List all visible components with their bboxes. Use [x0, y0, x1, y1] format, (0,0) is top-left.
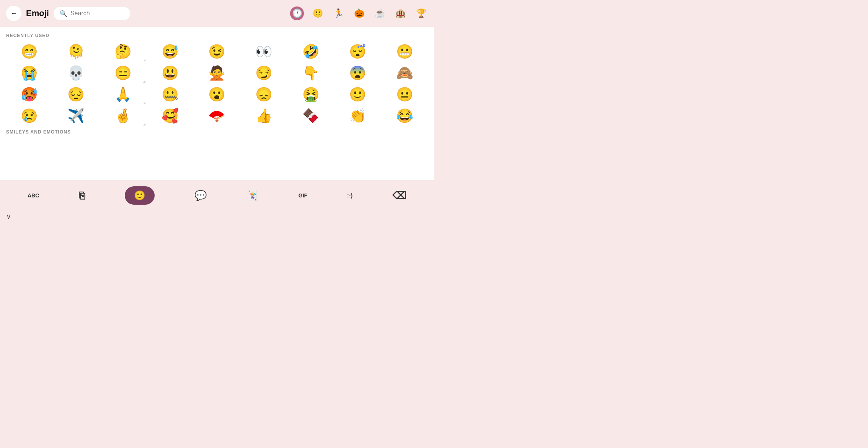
- emoji-cell[interactable]: 😭: [6, 63, 52, 83]
- chevron-down-icon: ∨: [6, 213, 11, 220]
- tab-people[interactable]: 🏃: [331, 7, 345, 20]
- emoji-cell[interactable]: 🙏: [100, 84, 146, 105]
- emoji-cell[interactable]: 🙂: [335, 84, 381, 105]
- tab-travel[interactable]: 🏨: [393, 7, 407, 20]
- emoji-cell[interactable]: 😑: [100, 63, 146, 83]
- tab-symbols[interactable]: 🏆: [414, 7, 428, 20]
- chat-sticker-button[interactable]: 💬: [194, 190, 207, 202]
- emoji-cell[interactable]: 👍: [241, 106, 287, 126]
- emoji-cell[interactable]: 😏: [241, 63, 287, 83]
- tab-smileys[interactable]: 🙂: [311, 7, 325, 20]
- abc-label: ABC: [28, 192, 39, 199]
- page-title: Emoji: [26, 8, 49, 18]
- search-icon: 🔍: [60, 10, 67, 17]
- recently-used-grid: 😁🫠🤔😅😉👀🤣😴😬😭💀😑😃🙅😏👇😨🙈🥵😔🙏🤐😮😞🤮🙂😐😢✈️🤞🥰🪭👍🍫👏😂: [6, 41, 428, 126]
- emoji-cell[interactable]: 😂: [382, 106, 428, 126]
- delete-button[interactable]: ⌫: [392, 190, 406, 202]
- emoji-button[interactable]: 🙂: [125, 186, 155, 205]
- emoji-cell[interactable]: 🙅: [194, 63, 240, 83]
- emoji-cell[interactable]: 💀: [53, 63, 100, 83]
- emoji-cell[interactable]: 🤔: [100, 41, 146, 62]
- search-bar[interactable]: 🔍: [54, 7, 130, 20]
- back-icon: ←: [10, 10, 17, 18]
- emoji-cell[interactable]: 👀: [241, 41, 287, 62]
- emoji-cell[interactable]: ✈️: [53, 106, 100, 126]
- emoji-cell[interactable]: 😞: [241, 84, 287, 105]
- emoji-cell[interactable]: 🙈: [382, 63, 428, 83]
- smileys-label: SMILEYS AND EMOTIONS: [6, 129, 428, 135]
- kaomoji-label: :-): [347, 192, 352, 199]
- emoji-cell[interactable]: 🫠: [53, 41, 100, 62]
- category-tabs: 🕐 🙂 🏃 🎃 ☕ 🏨 🏆: [135, 7, 428, 20]
- sticker-button[interactable]: 🃏: [246, 190, 259, 202]
- kaomoji-button[interactable]: :-): [347, 192, 352, 199]
- emoji-cell[interactable]: 😔: [53, 84, 100, 105]
- chat-bubble-icon: 💬: [194, 190, 207, 202]
- emoji-cell[interactable]: 😴: [335, 41, 381, 62]
- recently-used-label: RECENTLY USED: [6, 33, 428, 38]
- emoji-cell[interactable]: 🤣: [288, 41, 334, 62]
- collapse-footer[interactable]: ∨: [0, 211, 434, 224]
- emoji-cell[interactable]: 😬: [382, 41, 428, 62]
- emoji-cell[interactable]: 😁: [6, 41, 52, 62]
- emoji-cell[interactable]: 🤮: [288, 84, 334, 105]
- emoji-cell[interactable]: 😐: [382, 84, 428, 105]
- emoji-cell[interactable]: 👏: [335, 106, 381, 126]
- emoji-cell[interactable]: 🍫: [288, 106, 334, 126]
- emoji-content: RECENTLY USED 😁🫠🤔😅😉👀🤣😴😬😭💀😑😃🙅😏👇😨🙈🥵😔🙏🤐😮😞🤮🙂…: [0, 27, 434, 180]
- emoji-cell[interactable]: 🥰: [147, 106, 193, 126]
- tab-food[interactable]: ☕: [373, 7, 387, 20]
- emoji-icon: 🙂: [134, 190, 145, 201]
- emoji-cell[interactable]: 🤞: [100, 106, 146, 126]
- clipboard-button[interactable]: ⎘: [79, 190, 85, 202]
- emoji-header: ← Emoji 🔍 🕐 🙂 🏃 🎃 ☕ 🏨 🏆: [0, 0, 434, 27]
- tab-recent[interactable]: 🕐: [290, 7, 304, 20]
- emoji-cell[interactable]: 😮: [194, 84, 240, 105]
- delete-icon: ⌫: [392, 190, 406, 202]
- emoji-cell[interactable]: 🪭: [194, 106, 240, 126]
- emoji-cell[interactable]: 👇: [288, 63, 334, 83]
- back-button[interactable]: ←: [6, 6, 21, 21]
- sticker-icon: 🃏: [246, 190, 259, 202]
- emoji-cell[interactable]: 😅: [147, 41, 193, 62]
- gif-button[interactable]: GIF: [299, 192, 307, 199]
- emoji-cell[interactable]: 😢: [6, 106, 52, 126]
- bottom-toolbar: ABC ⎘ 🙂 💬 🃏 GIF :-) ⌫: [0, 180, 434, 211]
- abc-button[interactable]: ABC: [28, 192, 39, 199]
- emoji-cell[interactable]: 😨: [335, 63, 381, 83]
- gif-label: GIF: [299, 192, 307, 199]
- emoji-cell[interactable]: 😉: [194, 41, 240, 62]
- emoji-cell[interactable]: 🤐: [147, 84, 193, 105]
- clipboard-icon: ⎘: [79, 190, 85, 202]
- tab-activities[interactable]: 🎃: [352, 7, 366, 20]
- search-input[interactable]: [70, 10, 124, 17]
- emoji-cell[interactable]: 🥵: [6, 84, 52, 105]
- emoji-cell[interactable]: 😃: [147, 63, 193, 83]
